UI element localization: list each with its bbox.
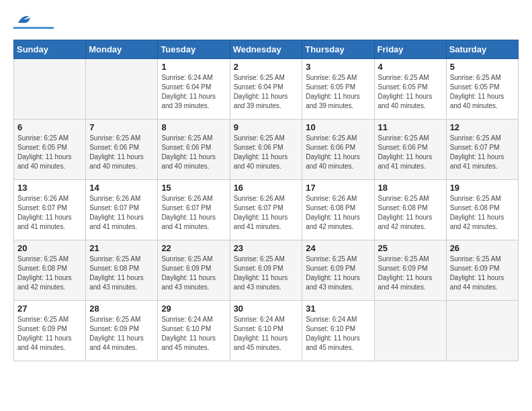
calendar-cell: 17Sunrise: 6:26 AM Sunset: 6:08 PM Dayli…: [302, 180, 374, 240]
calendar-cell: 23Sunrise: 6:25 AM Sunset: 6:09 PM Dayli…: [230, 240, 302, 301]
day-number: 28: [89, 304, 154, 314]
calendar-cell: 29Sunrise: 6:24 AM Sunset: 6:10 PM Dayli…: [158, 301, 230, 361]
calendar-cell: 31Sunrise: 6:24 AM Sunset: 6:10 PM Dayli…: [302, 301, 374, 361]
day-detail: Sunrise: 6:25 AM Sunset: 6:08 PM Dayligh…: [89, 255, 154, 292]
calendar-cell: 20Sunrise: 6:25 AM Sunset: 6:08 PM Dayli…: [14, 240, 86, 301]
calendar-cell: 16Sunrise: 6:26 AM Sunset: 6:07 PM Dayli…: [230, 180, 302, 240]
weekday-header: Tuesday: [158, 40, 230, 59]
calendar-cell: 14Sunrise: 6:26 AM Sunset: 6:07 PM Dayli…: [86, 180, 158, 240]
calendar-cell: [374, 301, 446, 361]
day-detail: Sunrise: 6:26 AM Sunset: 6:08 PM Dayligh…: [306, 194, 370, 232]
day-number: 21: [89, 243, 154, 253]
day-detail: Sunrise: 6:26 AM Sunset: 6:07 PM Dayligh…: [17, 194, 82, 232]
day-number: 24: [306, 243, 370, 253]
day-detail: Sunrise: 6:25 AM Sunset: 6:09 PM Dayligh…: [234, 255, 299, 292]
calendar-cell: 3Sunrise: 6:25 AM Sunset: 6:05 PM Daylig…: [302, 59, 374, 120]
day-number: 16: [234, 183, 299, 193]
day-number: 5: [450, 62, 515, 72]
day-number: 8: [161, 122, 226, 132]
calendar-cell: 7Sunrise: 6:25 AM Sunset: 6:06 PM Daylig…: [86, 120, 158, 180]
day-number: 3: [306, 62, 370, 72]
day-detail: Sunrise: 6:25 AM Sunset: 6:06 PM Dayligh…: [161, 134, 226, 171]
day-detail: Sunrise: 6:24 AM Sunset: 6:04 PM Dayligh…: [161, 73, 226, 111]
day-detail: Sunrise: 6:25 AM Sunset: 6:08 PM Dayligh…: [378, 194, 443, 232]
day-number: 19: [450, 183, 515, 193]
day-detail: Sunrise: 6:25 AM Sunset: 6:06 PM Dayligh…: [306, 134, 370, 171]
calendar-cell: 15Sunrise: 6:26 AM Sunset: 6:07 PM Dayli…: [158, 180, 230, 240]
day-number: 18: [378, 183, 443, 193]
calendar-cell: 28Sunrise: 6:25 AM Sunset: 6:09 PM Dayli…: [86, 301, 158, 361]
day-detail: Sunrise: 6:25 AM Sunset: 6:04 PM Dayligh…: [234, 73, 299, 111]
day-detail: Sunrise: 6:25 AM Sunset: 6:06 PM Dayligh…: [89, 134, 154, 171]
calendar-week-row: 1Sunrise: 6:24 AM Sunset: 6:04 PM Daylig…: [14, 59, 519, 120]
day-number: 27: [17, 304, 82, 314]
weekday-header: Saturday: [446, 40, 518, 59]
calendar-cell: [86, 59, 158, 120]
day-number: 22: [161, 243, 226, 253]
day-detail: Sunrise: 6:24 AM Sunset: 6:10 PM Dayligh…: [306, 315, 370, 353]
day-number: 4: [378, 62, 443, 72]
day-number: 15: [161, 183, 226, 193]
calendar-cell: 25Sunrise: 6:25 AM Sunset: 6:09 PM Dayli…: [374, 240, 446, 301]
day-detail: Sunrise: 6:25 AM Sunset: 6:08 PM Dayligh…: [450, 194, 515, 232]
day-detail: Sunrise: 6:25 AM Sunset: 6:06 PM Dayligh…: [378, 134, 443, 171]
day-number: 7: [89, 122, 154, 132]
calendar-cell: [14, 59, 86, 120]
calendar-cell: 18Sunrise: 6:25 AM Sunset: 6:08 PM Dayli…: [374, 180, 446, 240]
logo-bird-icon: [17, 13, 32, 26]
day-detail: Sunrise: 6:25 AM Sunset: 6:09 PM Dayligh…: [17, 315, 82, 353]
calendar-cell: 26Sunrise: 6:25 AM Sunset: 6:09 PM Dayli…: [446, 240, 518, 301]
page-header: [13, 13, 519, 29]
calendar-cell: 12Sunrise: 6:25 AM Sunset: 6:07 PM Dayli…: [446, 120, 518, 180]
calendar-cell: 8Sunrise: 6:25 AM Sunset: 6:06 PM Daylig…: [158, 120, 230, 180]
calendar-cell: 24Sunrise: 6:25 AM Sunset: 6:09 PM Dayli…: [302, 240, 374, 301]
calendar-cell: 21Sunrise: 6:25 AM Sunset: 6:08 PM Dayli…: [86, 240, 158, 301]
day-detail: Sunrise: 6:26 AM Sunset: 6:07 PM Dayligh…: [89, 194, 154, 232]
calendar-cell: 9Sunrise: 6:25 AM Sunset: 6:06 PM Daylig…: [230, 120, 302, 180]
weekday-header: Thursday: [302, 40, 374, 59]
day-number: 1: [161, 62, 226, 72]
calendar-week-row: 20Sunrise: 6:25 AM Sunset: 6:08 PM Dayli…: [14, 240, 519, 301]
day-number: 29: [161, 304, 226, 314]
calendar-cell: 1Sunrise: 6:24 AM Sunset: 6:04 PM Daylig…: [158, 59, 230, 120]
calendar-week-row: 6Sunrise: 6:25 AM Sunset: 6:05 PM Daylig…: [14, 120, 519, 180]
day-number: 23: [234, 243, 299, 253]
day-number: 6: [17, 122, 82, 132]
day-detail: Sunrise: 6:25 AM Sunset: 6:09 PM Dayligh…: [89, 315, 154, 353]
calendar-cell: 5Sunrise: 6:25 AM Sunset: 6:05 PM Daylig…: [446, 59, 518, 120]
calendar-cell: 6Sunrise: 6:25 AM Sunset: 6:05 PM Daylig…: [14, 120, 86, 180]
day-number: 17: [306, 183, 370, 193]
day-number: 26: [450, 243, 515, 253]
day-detail: Sunrise: 6:24 AM Sunset: 6:10 PM Dayligh…: [161, 315, 226, 353]
day-detail: Sunrise: 6:25 AM Sunset: 6:06 PM Dayligh…: [234, 134, 299, 171]
logo: [13, 13, 54, 29]
day-number: 12: [450, 122, 515, 132]
calendar-week-row: 27Sunrise: 6:25 AM Sunset: 6:09 PM Dayli…: [14, 301, 519, 361]
calendar-cell: 27Sunrise: 6:25 AM Sunset: 6:09 PM Dayli…: [14, 301, 86, 361]
day-detail: Sunrise: 6:26 AM Sunset: 6:07 PM Dayligh…: [161, 194, 226, 232]
calendar-table: SundayMondayTuesdayWednesdayThursdayFrid…: [13, 40, 519, 361]
calendar-cell: 13Sunrise: 6:26 AM Sunset: 6:07 PM Dayli…: [14, 180, 86, 240]
calendar-cell: [446, 301, 518, 361]
calendar-cell: 11Sunrise: 6:25 AM Sunset: 6:06 PM Dayli…: [374, 120, 446, 180]
day-detail: Sunrise: 6:25 AM Sunset: 6:05 PM Dayligh…: [450, 73, 515, 111]
day-detail: Sunrise: 6:25 AM Sunset: 6:05 PM Dayligh…: [306, 73, 370, 111]
weekday-header: Wednesday: [230, 40, 302, 59]
calendar-header-row: SundayMondayTuesdayWednesdayThursdayFrid…: [14, 40, 519, 59]
calendar-cell: 2Sunrise: 6:25 AM Sunset: 6:04 PM Daylig…: [230, 59, 302, 120]
day-number: 31: [306, 304, 370, 314]
calendar-cell: 4Sunrise: 6:25 AM Sunset: 6:05 PM Daylig…: [374, 59, 446, 120]
day-detail: Sunrise: 6:25 AM Sunset: 6:09 PM Dayligh…: [306, 255, 370, 292]
day-number: 20: [17, 243, 82, 253]
day-number: 2: [234, 62, 299, 72]
weekday-header: Friday: [374, 40, 446, 59]
day-number: 10: [306, 122, 370, 132]
day-number: 25: [378, 243, 443, 253]
day-detail: Sunrise: 6:25 AM Sunset: 6:05 PM Dayligh…: [378, 73, 443, 111]
day-number: 13: [17, 183, 82, 193]
day-number: 14: [89, 183, 154, 193]
day-detail: Sunrise: 6:24 AM Sunset: 6:10 PM Dayligh…: [234, 315, 299, 353]
logo-divider: [13, 27, 54, 29]
day-detail: Sunrise: 6:25 AM Sunset: 6:09 PM Dayligh…: [450, 255, 515, 292]
day-number: 11: [378, 122, 443, 132]
